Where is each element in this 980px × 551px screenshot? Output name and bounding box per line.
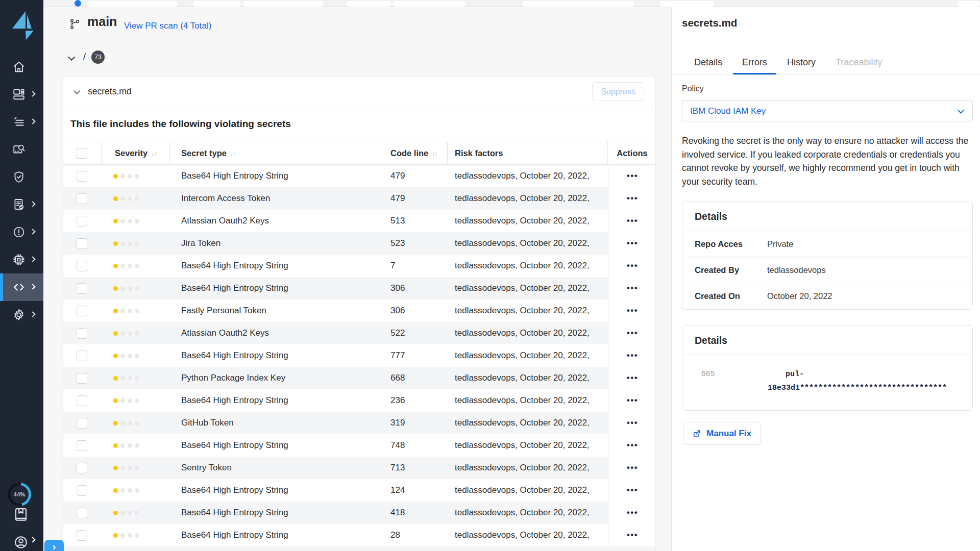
sidebar-item-incidents[interactable] — [0, 108, 43, 136]
chevron-down-icon[interactable] — [74, 88, 80, 94]
row-actions-button[interactable]: ••• — [627, 530, 638, 540]
table-header: Severity↓↑ Secret type↓↑ Code line↓↑ Ris… — [63, 142, 656, 165]
severity-indicator — [113, 219, 139, 223]
row-actions-button[interactable]: ••• — [627, 238, 638, 248]
row-actions-button[interactable]: ••• — [627, 171, 638, 181]
table-row: Python Package Index Key668tedlassodevop… — [63, 367, 656, 389]
sidebar-item-dashboards[interactable] — [0, 81, 43, 108]
detail-label: Created On — [682, 291, 767, 301]
row-checkbox[interactable] — [77, 508, 87, 518]
table-row: Sentry Token713tedlassodevops, October 2… — [63, 457, 656, 479]
code-line: 306 — [379, 299, 448, 322]
row-checkbox[interactable] — [77, 171, 87, 182]
row-actions-button[interactable]: ••• — [627, 261, 638, 271]
chevron-down-icon[interactable] — [68, 54, 75, 61]
table-row: Base64 High Entropy String236tedlassodev… — [63, 389, 656, 412]
sort-icon[interactable]: ↓↑ — [432, 149, 436, 157]
row-checkbox[interactable] — [77, 373, 87, 384]
bookmark-icon[interactable] — [13, 507, 29, 522]
column-header-severity[interactable]: Severity — [115, 148, 148, 158]
row-actions-button[interactable]: ••• — [627, 350, 638, 361]
code-line: 418 — [379, 502, 448, 524]
select-all-checkbox[interactable] — [77, 148, 87, 159]
secret-type: Python Package Index Key — [170, 367, 379, 389]
row-actions-button[interactable]: ••• — [627, 395, 638, 406]
home-icon — [12, 60, 26, 73]
code-line: 306 — [379, 277, 448, 299]
row-checkbox[interactable] — [77, 328, 87, 339]
secret-type: GitHub Token — [170, 412, 379, 434]
row-checkbox[interactable] — [77, 283, 87, 294]
secret-type: Base64 High Entropy String — [170, 165, 379, 187]
sidebar-item-integrations[interactable] — [0, 246, 43, 273]
row-checkbox[interactable] — [77, 418, 87, 429]
row-checkbox[interactable] — [77, 485, 87, 496]
secret-type: Jira Token — [170, 232, 379, 255]
risk-factors: tedlassodevops, October 20, 2022, — [448, 344, 608, 367]
sidebar-item-home[interactable] — [0, 53, 43, 81]
row-checkbox[interactable] — [77, 216, 87, 227]
account-icon[interactable] — [13, 535, 29, 550]
row-actions-button[interactable]: ••• — [627, 463, 638, 473]
file-name: secrets.md — [88, 77, 132, 106]
row-actions-button[interactable]: ••• — [627, 193, 638, 204]
view-pr-scan-link[interactable]: View PR scan (4 Total) — [124, 21, 211, 31]
row-actions-button[interactable]: ••• — [627, 328, 638, 338]
progress-ring[interactable]: 44% — [8, 483, 31, 506]
tab-details[interactable]: Details — [685, 51, 731, 74]
severity-indicator — [113, 309, 139, 313]
risk-factors: tedlassodevops, October 20, 2022, — [448, 187, 608, 210]
row-actions-button[interactable]: ••• — [627, 216, 638, 226]
row-checkbox[interactable] — [77, 530, 87, 541]
suppress-button[interactable]: Suppress — [592, 82, 644, 101]
code-line: 319 — [379, 412, 448, 434]
column-header-secret-type[interactable]: Secret type — [181, 148, 227, 158]
row-actions-button[interactable]: ••• — [627, 485, 638, 495]
detail-label: Repo Acces — [682, 239, 767, 249]
row-actions-button[interactable]: ••• — [627, 440, 638, 450]
row-checkbox[interactable] — [77, 193, 87, 204]
secret-type: Intercom Access Token — [170, 187, 379, 210]
tab-history[interactable]: History — [778, 51, 825, 74]
chrome-pill — [193, 1, 241, 7]
chat-launcher-button[interactable]: › — [44, 540, 64, 551]
sidebar-item-code-security[interactable] — [0, 273, 43, 301]
chevron-right-icon — [30, 91, 35, 96]
row-checkbox[interactable] — [77, 350, 87, 361]
table-row: Base64 High Entropy String7tedlassodevop… — [63, 255, 656, 277]
policy-select[interactable]: IBM Cloud IAM Key — [682, 100, 973, 121]
code-snippet: 665 pul- 18e33d1************************… — [682, 355, 972, 410]
detail-value: tedlassodevops — [767, 265, 826, 275]
table-row: Base64 High Entropy String306tedlassodev… — [63, 277, 656, 299]
row-checkbox[interactable] — [77, 395, 87, 406]
severity-indicator — [113, 196, 139, 201]
row-actions-button[interactable]: ••• — [627, 418, 638, 428]
sidebar-item-compliance[interactable] — [0, 191, 43, 218]
bridgecrew-logo[interactable] — [9, 10, 34, 43]
row-checkbox[interactable] — [77, 238, 87, 249]
manual-fix-button[interactable]: Manual Fix — [683, 422, 761, 445]
panel-title: secrets.md — [682, 17, 737, 29]
row-actions-button[interactable]: ••• — [627, 283, 638, 293]
sidebar-item-policies[interactable] — [0, 163, 43, 191]
column-header-code-line[interactable]: Code line — [390, 148, 428, 158]
row-checkbox[interactable] — [77, 306, 87, 316]
row-checkbox[interactable] — [77, 261, 87, 271]
row-checkbox[interactable] — [77, 440, 87, 451]
chevron-right-icon[interactable] — [30, 537, 35, 542]
sort-icon[interactable]: ↓↑ — [151, 149, 156, 157]
row-actions-button[interactable]: ••• — [627, 373, 638, 383]
sidebar-item-alerts[interactable] — [0, 218, 43, 246]
row-checkbox[interactable] — [77, 463, 87, 473]
sidebar-item-explorer[interactable] — [0, 136, 43, 163]
row-actions-button[interactable]: ••• — [627, 508, 638, 518]
row-actions-button[interactable]: ••• — [627, 306, 638, 316]
sort-icon[interactable]: ↓↑ — [230, 149, 235, 157]
sidebar-item-settings[interactable] — [0, 301, 43, 329]
gear-icon — [12, 308, 26, 321]
tab-errors[interactable]: Errors — [733, 51, 776, 74]
tab-traceability[interactable]: Traceability — [826, 51, 891, 74]
chevron-down-icon — [958, 107, 964, 114]
detail-row: Repo AccesPrivate — [682, 231, 972, 257]
severity-indicator — [113, 174, 139, 179]
